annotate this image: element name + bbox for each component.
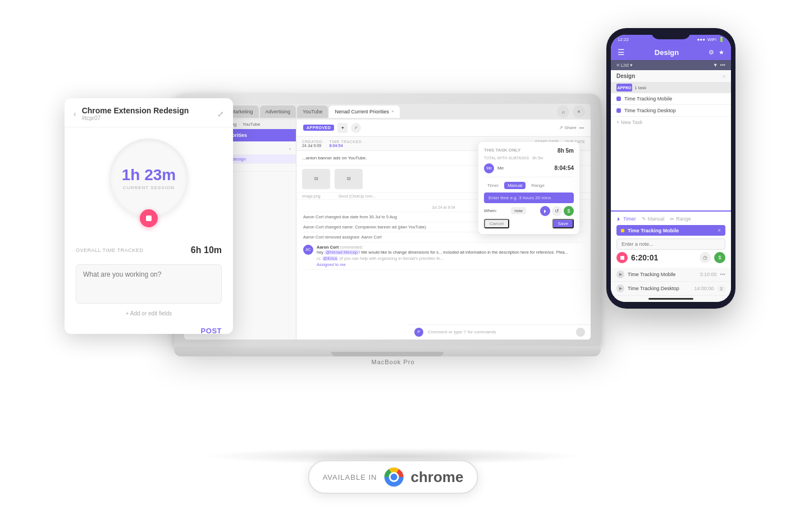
- entry-play-icon-2[interactable]: ▶: [616, 285, 624, 292]
- add-fields-btn[interactable]: + Add or edit fields: [65, 306, 233, 321]
- phone-tracker: ⏵ Timer ✎ Manual ⇔ Range Time Tracking M…: [611, 210, 731, 268]
- comment-cc: cc @Erica (if you can help with organizi…: [317, 256, 568, 261]
- entry-count-2: 2: [718, 286, 725, 292]
- phone-tracker-tabs: ⏵ Timer ✎ Manual ⇔ Range: [616, 216, 725, 222]
- filter-icon[interactable]: ▼: [713, 62, 718, 68]
- note-input[interactable]: [76, 264, 222, 304]
- phone-top-icons: ⚙ ★: [709, 49, 724, 56]
- ext-title-group: Chrome Extension Redesign #tcpr07: [82, 106, 212, 121]
- ext-header: ‹ Chrome Extension Redesign #tcpr07 ⤢: [65, 98, 233, 127]
- browser: Marketing Advertising YouTube Nenad Curr…: [184, 104, 591, 340]
- phone-task-item-1[interactable]: Time Tracking Mobile: [611, 93, 731, 105]
- add-status-btn[interactable]: +: [337, 123, 348, 133]
- expand-icon[interactable]: ⤢: [217, 109, 224, 118]
- phone-task-list: Design ○ APPRO 1 task Time Tracking Mobi…: [611, 70, 731, 210]
- ext-note-section: [65, 264, 233, 306]
- phone-task-item-2[interactable]: Time Tracking Desktop: [611, 105, 731, 117]
- assigned-label: Assigned to me: [317, 262, 568, 267]
- phone-current-task: Time Tracking Mobile ×: [616, 225, 725, 236]
- task-dot-2: [616, 108, 621, 113]
- phone-status-icons: ●●● WiFi 🔋: [697, 37, 725, 42]
- ext-subtitle: #tcpr07: [82, 115, 212, 121]
- stop-icon: [146, 215, 152, 221]
- timer-time: 1h 23m: [122, 166, 176, 184]
- ext-overall-section: OVERALL TIME TRACKED 6h 10m: [65, 241, 233, 260]
- back-button[interactable]: ‹: [74, 109, 76, 118]
- timer-stop-button[interactable]: [140, 209, 158, 227]
- phone-entries: ▶ Time Tracking Mobile 3:10:00 ••• ▶ Tim…: [611, 268, 731, 302]
- phone-timer-actions: ◷ $: [700, 252, 725, 263]
- ext-timer-section: 1h 23m CURRENT SESSION: [65, 127, 233, 235]
- phone-entry-2: ▶ Time Tracking Desktop 14:00:00 2: [611, 282, 731, 296]
- tab-close-icon[interactable]: ×: [391, 109, 394, 114]
- phone-notch: [651, 28, 691, 39]
- menu-icon[interactable]: ☰: [618, 48, 625, 57]
- main-scene: Marketing Advertising YouTube Nenad Curr…: [0, 0, 786, 532]
- more-btn[interactable]: •••: [579, 125, 584, 130]
- phone-timer-history-btn[interactable]: ◷: [700, 252, 711, 263]
- phone-timer-tab[interactable]: ⏵ Timer: [616, 216, 636, 222]
- time-action-btn-2[interactable]: ↺: [552, 206, 562, 216]
- phone-note-input[interactable]: [616, 239, 725, 250]
- search-btn[interactable]: ⌕: [557, 106, 569, 118]
- phone-timer-bill-btn[interactable]: $: [714, 252, 725, 263]
- entry-play-icon-1[interactable]: ▶: [616, 270, 624, 278]
- tab-youtube[interactable]: YouTube: [297, 106, 328, 118]
- phone-stop-button[interactable]: [616, 252, 628, 263]
- chrome-badge[interactable]: AVAILABLE IN chrome: [308, 460, 478, 494]
- time-action-btn-3[interactable]: $: [564, 206, 574, 216]
- tab-nenad[interactable]: Nenad Current Priorities ×: [329, 106, 399, 118]
- browser-content: Marketing › Advertising › YouTube Nenad …: [184, 120, 591, 340]
- time-mode-tabs: Timer Manual Range: [484, 182, 574, 189]
- task-dot-1: [616, 97, 621, 101]
- chrome-extension-panel: ‹ Chrome Extension Redesign #tcpr07 ⤢ 1h…: [65, 98, 233, 334]
- time-when-row: When: now ⏵ ↺ $: [484, 206, 574, 216]
- save-button[interactable]: Save: [552, 219, 574, 228]
- macbook-label: MacBook Pro: [174, 359, 612, 365]
- close-btn[interactable]: ×: [573, 106, 585, 118]
- post-button[interactable]: POST: [201, 327, 222, 334]
- comment-avatar: AC: [303, 245, 313, 255]
- tab-advertising[interactable]: Advertising: [260, 106, 296, 118]
- phone-new-task[interactable]: + New Task: [611, 117, 731, 128]
- phone-range-tab[interactable]: ⇔ Range: [670, 216, 691, 222]
- activity-3: Aaron Cort removed assignee: Aaron Cort: [303, 235, 584, 242]
- reply-bar: P Comment or type '/' for commands: [409, 324, 591, 340]
- cancel-button[interactable]: Cancel: [484, 219, 509, 228]
- macbook-screen-outer: Marketing Advertising YouTube Nenad Curr…: [174, 94, 601, 346]
- time-input-area: Enter time e.g. 3 hours 20 mins: [484, 192, 574, 203]
- timer-label: CURRENT SESSION: [123, 185, 175, 190]
- macbook: Marketing Advertising YouTube Nenad Curr…: [174, 94, 612, 386]
- check-btn[interactable]: ✓: [351, 123, 361, 133]
- phone-timer-running: 6:20:01 ◷ $: [616, 252, 725, 263]
- star-icon[interactable]: ★: [719, 49, 724, 56]
- more-icon[interactable]: •••: [720, 62, 725, 68]
- overall-label: OVERALL TIME TRACKED: [76, 247, 143, 253]
- phone-task-status-row: APPRO 1 task: [611, 82, 731, 93]
- phone-section-header: Design ○: [611, 70, 731, 82]
- phone-manual-tab[interactable]: ✎ Manual: [642, 216, 665, 222]
- time-action-btn-1[interactable]: ⏵: [540, 206, 550, 216]
- timer-tab[interactable]: Timer: [484, 182, 502, 189]
- share-btn[interactable]: ⇗ Share: [559, 125, 577, 130]
- overall-time: 6h 10m: [191, 245, 222, 255]
- time-input-placeholder: Enter time e.g. 3 hours 20 mins: [488, 195, 569, 200]
- reply-avatar: P: [414, 328, 423, 337]
- time-form-actions: Cancel Save: [484, 219, 574, 228]
- range-tab[interactable]: Range: [528, 182, 548, 189]
- chrome-logo-icon: [383, 467, 404, 487]
- task-main: APPROVED + ✓ ⇗ Share •••: [296, 120, 591, 340]
- phone-time: 12:22: [618, 37, 629, 42]
- phone-close-task-icon[interactable]: ×: [718, 227, 721, 233]
- ext-title: Chrome Extension Redesign: [82, 106, 212, 115]
- settings-icon[interactable]: ⚙: [709, 49, 714, 56]
- reply-action[interactable]: [576, 328, 585, 337]
- manual-tab[interactable]: Manual: [504, 182, 525, 189]
- comment-author: Aaron Cort commented:: [317, 245, 568, 250]
- browser-titlebar: Marketing Advertising YouTube Nenad Curr…: [184, 104, 591, 120]
- timer-circle: 1h 23m CURRENT SESSION: [109, 139, 188, 217]
- phone-screen: 12:22 ●●● WiFi 🔋 ☰ Design ⚙ ★ ≡ List ▾: [611, 35, 731, 302]
- available-label: AVAILABLE IN: [323, 473, 377, 481]
- phone-view-bar: ≡ List ▾ ▼ •••: [611, 60, 731, 70]
- macbook-base: [174, 346, 601, 356]
